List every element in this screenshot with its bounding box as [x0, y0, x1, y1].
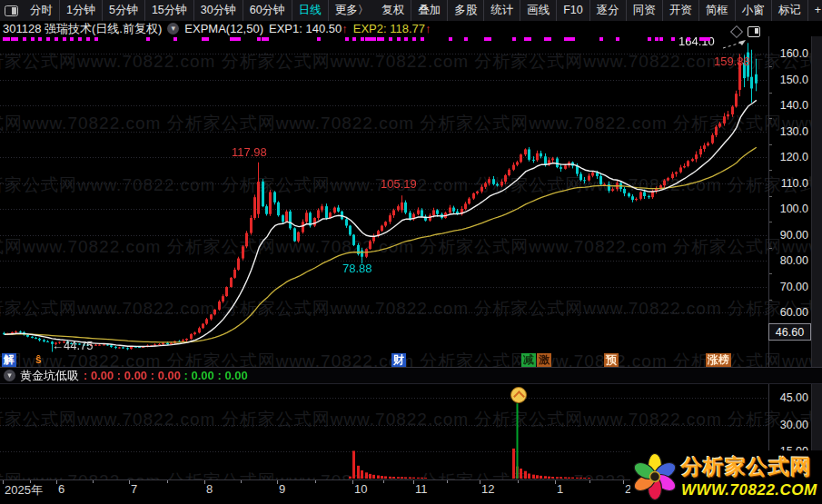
- site-logo: 分析家公式网 WWW.70822.COM: [630, 450, 822, 501]
- exp2-value: EXP2: 118.77↑: [353, 22, 431, 35]
- action-item-画线[interactable]: 画线: [520, 0, 556, 21]
- action-item-叠加[interactable]: 叠加: [411, 0, 447, 21]
- event-mark-dot: [528, 37, 531, 41]
- y-axis-tick: [769, 196, 772, 197]
- event-mark-dot: [548, 37, 551, 41]
- sub-axis-label: 45.00: [780, 391, 808, 404]
- period-item-30分钟[interactable]: 30分钟: [193, 0, 243, 21]
- period-item-日线[interactable]: 日线: [292, 0, 328, 21]
- event-badge[interactable]: 预: [604, 353, 619, 367]
- event-mark-dot: [265, 37, 269, 41]
- period-item-分时[interactable]: 分时: [24, 0, 59, 21]
- panel-toggle-icon[interactable]: [5, 5, 18, 16]
- action-item-逐分[interactable]: 逐分: [589, 0, 626, 21]
- indicator-value: : 0.00: [184, 369, 218, 382]
- action-item-同资[interactable]: 同资: [626, 0, 662, 21]
- event-mark-dot: [488, 37, 491, 41]
- time-axis-label: 2025年: [5, 482, 43, 499]
- sub-indicator-name[interactable]: 黄金坑低吸: [20, 368, 79, 384]
- time-axis-tick: [518, 480, 519, 483]
- event-mark-dot: [345, 37, 349, 41]
- right-scrollbar[interactable]: [811, 36, 822, 495]
- time-axis-tick: [589, 480, 590, 483]
- y-axis-label: 140.0: [780, 99, 808, 112]
- y-axis-tick: [769, 273, 772, 274]
- sub-indicator-values: : 0.00 : 0.00 : 0.00 : 0.00 : 0.00: [84, 369, 248, 382]
- event-mark-dot: [687, 37, 690, 41]
- event-mark-dot: [23, 37, 26, 41]
- period-item-15分钟[interactable]: 15分钟: [144, 0, 193, 21]
- price-annotation: 78.88: [342, 262, 372, 275]
- event-mark-dot: [205, 37, 209, 41]
- event-badge[interactable]: ŝ: [34, 353, 44, 367]
- period-menu: 分时1分钟5分钟15分钟30分钟60分钟日线更多〉: [24, 0, 375, 21]
- event-mark-dot: [63, 37, 66, 41]
- event-mark-dot: [46, 37, 50, 41]
- time-axis-label: 10: [354, 482, 367, 496]
- y-axis-label: 160.0: [780, 47, 808, 60]
- action-item-F10[interactable]: F10: [556, 0, 589, 21]
- action-item-标记[interactable]: 标记: [771, 0, 807, 21]
- time-axis-tick: [413, 480, 414, 484]
- overlay-indicator-name[interactable]: EXPMA(12,50): [184, 22, 263, 35]
- time-axis-tick: [623, 480, 624, 484]
- y-axis-label: 60.00: [780, 306, 808, 319]
- main-price-chart[interactable]: [0, 36, 768, 352]
- event-mark-dot: [449, 37, 452, 41]
- event-mark-dot: [616, 37, 619, 41]
- action-item-+自选[interactable]: +自选: [807, 0, 822, 21]
- event-mark-dot: [397, 37, 401, 41]
- exp1-value: EXP1: 140.50↑: [269, 22, 348, 35]
- collapse-chevron-icon[interactable]: ▾: [167, 23, 179, 35]
- event-badge[interactable]: 涨榜: [706, 353, 731, 367]
- indicator-value: : 0.00: [151, 369, 184, 382]
- event-mark-dot: [15, 37, 18, 41]
- event-mark-dot: [146, 37, 150, 41]
- action-item-小窗[interactable]: 小窗: [735, 0, 771, 21]
- event-mark-dot: [381, 37, 384, 41]
- split-window-icon[interactable]: [748, 26, 760, 37]
- menu-bar: 分时1分钟5分钟15分钟30分钟60分钟日线更多〉 复权叠加多股统计画线F10逐…: [0, 0, 822, 22]
- action-item-开资[interactable]: 开资: [662, 0, 698, 21]
- action-item-复权[interactable]: 复权: [375, 0, 411, 21]
- period-item-5分钟[interactable]: 5分钟: [102, 0, 144, 21]
- time-axis-label: 12: [481, 482, 494, 496]
- event-mark-dot: [94, 37, 98, 41]
- period-item-60分钟[interactable]: 60分钟: [243, 0, 292, 21]
- y-axis-tick: [769, 170, 772, 171]
- time-axis-tick: [480, 480, 480, 484]
- price-annotation: ←44.75: [52, 339, 94, 352]
- event-mark-dot: [78, 37, 82, 41]
- action-item-统计[interactable]: 统计: [483, 0, 520, 21]
- y-axis-label: 100.0: [780, 203, 808, 215]
- event-badge[interactable]: 减: [521, 353, 536, 367]
- time-axis-tick: [315, 480, 316, 483]
- price-annotation: 105.19: [381, 177, 417, 191]
- time-axis-label: 9: [279, 482, 285, 496]
- time-axis-tick: [241, 480, 242, 483]
- time-axis-tick: [56, 480, 57, 484]
- y-axis-label: 120.0: [780, 151, 808, 163]
- period-item-更多〉[interactable]: 更多〉: [328, 0, 376, 21]
- event-badge[interactable]: 财: [391, 353, 406, 367]
- y-axis-label: 80.00: [780, 254, 808, 267]
- period-item-1分钟[interactable]: 1分钟: [59, 0, 102, 21]
- price-annotation: 159.88: [714, 54, 750, 68]
- event-badge[interactable]: 解: [2, 353, 16, 367]
- event-badge[interactable]: 激: [537, 353, 551, 367]
- exp1-up-arrow: ↑: [342, 22, 348, 35]
- time-axis-tick: [93, 480, 94, 483]
- indicator-chevron-icon[interactable]: ▾: [4, 370, 15, 381]
- time-axis-tick: [167, 480, 168, 483]
- time-axis-tick: [129, 480, 130, 484]
- event-mark-dot: [86, 37, 90, 41]
- time-axis-label: 1: [557, 482, 563, 496]
- event-mark-dot: [707, 37, 710, 41]
- action-item-多股[interactable]: 多股: [447, 0, 483, 21]
- event-mark-dot: [257, 37, 261, 41]
- action-item-简框[interactable]: 简框: [698, 0, 735, 21]
- event-mark-dot: [31, 37, 35, 41]
- exp2-up-arrow: ↑: [425, 22, 431, 35]
- logo-url[interactable]: WWW.70822.COM: [681, 481, 817, 499]
- event-mark-dot: [412, 37, 416, 41]
